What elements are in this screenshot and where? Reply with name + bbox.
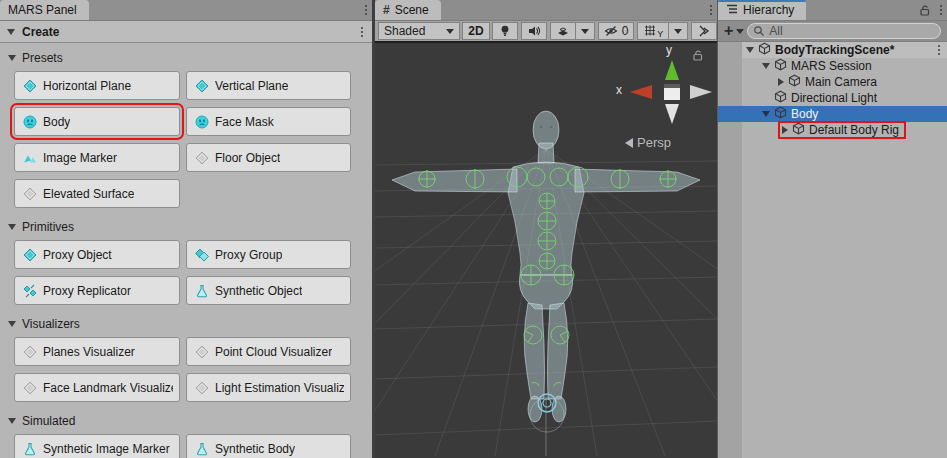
scene-row-gutter [718,42,742,58]
diamond-gray-icon [195,345,209,359]
red-highlight-box: Default Body Rig [778,121,906,139]
replicator-teal-icon [23,284,37,298]
scene-tabbar-spacer [441,0,705,20]
proxy-object-button[interactable]: Proxy Object [14,240,180,269]
mars-panel-menu-icon[interactable] [360,0,372,20]
section-header-primitives[interactable]: Primitives [0,216,372,238]
scene-tabbar: # Scene [375,0,717,21]
tab-hierarchy[interactable]: Hierarchy [718,0,806,20]
hierarchy-item-main-camera[interactable]: Main Camera [718,74,947,90]
add-gameobject-button[interactable]: + [724,23,744,39]
section-header-simulated[interactable]: Simulated [0,410,372,432]
button-label: Body [43,115,70,129]
hierarchy-lock-icon[interactable] [918,0,931,20]
section-grid-simulated: Synthetic Image MarkerSynthetic Body [0,432,372,458]
horizontal-plane-button[interactable]: Horizontal Plane [14,71,180,100]
scene-audio-button[interactable] [521,22,547,40]
tab-mars-panel[interactable]: MARS Panel [0,0,89,20]
scene-tools-button-clipped[interactable] [691,22,717,40]
diamond-gray-icon [195,151,209,165]
section-collapse-icon[interactable] [8,418,16,424]
draw-mode-dropdown[interactable]: Shaded [378,22,460,40]
hierarchy-toolbar: + All [718,21,947,42]
body-button[interactable]: Body [14,107,180,136]
section-header-visualizers[interactable]: Visualizers [0,313,372,335]
hierarchy-tab-label: Hierarchy [743,3,794,17]
proxy-group-button[interactable]: Proxy Group [186,240,351,269]
expand-toggle-icon[interactable] [762,63,770,69]
component-tool-icon [697,24,711,38]
perspective-toggle[interactable]: Persp [625,135,705,150]
scene-tab-label: Scene [395,3,429,17]
mars-panel-tabbar: MARS Panel [0,0,372,21]
create-header[interactable]: Create [0,21,372,43]
button-label: Floor Object [215,151,280,165]
tab-scene[interactable]: # Scene [375,0,441,20]
vertical-plane-button[interactable]: Vertical Plane [186,71,351,100]
gizmo-x-axis-label[interactable]: x [616,83,622,97]
expand-toggle-icon[interactable] [778,78,784,86]
scene-grid-dropdown[interactable] [669,22,688,40]
diamond-teal-icon [23,248,37,262]
face-mask-button[interactable]: Face Mask [186,107,351,136]
face-teal-icon [23,115,37,129]
section-collapse-icon[interactable] [8,321,16,327]
hierarchy-search-input[interactable]: All [747,23,941,39]
point-cloud-visualizer-button[interactable]: Point Cloud Visualizer [186,337,351,366]
create-collapse-icon[interactable] [7,29,15,35]
scene-visibility-button[interactable]: 0 [598,22,635,40]
synthetic-image-marker-button[interactable]: Synthetic Image Marker [14,434,180,458]
hierarchy-item-directional-light[interactable]: Directional Light [718,90,947,106]
hierarchy-item-mars-session[interactable]: MARS Session [718,58,947,74]
elevated-surface-button[interactable]: Elevated Surface [14,179,180,208]
mars-create-sections: PresetsHorizontal PlaneVertical PlaneBod… [0,43,372,458]
scene-viewport[interactable]: y x Persp [375,43,717,456]
diamond-gray-icon [23,187,37,201]
button-label: Proxy Replicator [43,284,131,298]
section-label: Simulated [22,414,75,428]
section-collapse-icon[interactable] [8,224,16,230]
expand-toggle-icon[interactable] [762,111,770,117]
orientation-gizmo[interactable] [630,60,712,124]
gizmo-y-axis-label[interactable]: y [666,43,672,57]
button-label: Point Cloud Visualizer [215,345,332,359]
image-teal-icon [23,151,37,165]
create-menu-icon[interactable] [356,21,368,42]
chevron-down-icon [674,29,682,34]
floor-object-button[interactable]: Floor Object [186,143,351,172]
diamond-teal-icon [23,79,37,93]
toggle-2d-button[interactable]: 2D [462,22,489,40]
scene-lighting-button[interactable] [492,22,518,40]
synthetic-body-button[interactable]: Synthetic Body [186,434,351,458]
draw-mode-label: Shaded [384,24,425,38]
scene-row[interactable]: BodyTrackingScene* [718,42,947,58]
image-marker-button[interactable]: Image Marker [14,143,180,172]
button-label: Horizontal Plane [43,79,131,93]
hierarchy-menu-icon[interactable] [935,0,947,20]
scene-effects-button[interactable] [550,22,576,40]
toggle-2d-label: 2D [468,24,483,38]
scene-menu-icon[interactable] [705,0,717,20]
hierarchy-item-body[interactable]: Body [718,106,947,122]
face-landmark-visualizer-button[interactable]: Face Landmark Visualizer [14,373,180,402]
planes-visualizer-button[interactable]: Planes Visualizer [14,337,180,366]
scene-grid-button[interactable]: Y [637,22,669,40]
scene-effects-dropdown[interactable] [576,22,595,40]
button-label: Image Marker [43,151,117,165]
section-collapse-icon[interactable] [8,55,16,61]
section-label: Visualizers [22,317,80,331]
hierarchy-item-default-body-rig[interactable]: Default Body Rig [718,122,947,138]
proxy-replicator-button[interactable]: Proxy Replicator [14,276,180,305]
section-grid-presets: Horizontal PlaneVertical PlaneBodyFace M… [0,69,372,216]
scene-collapse-icon[interactable] [746,47,754,53]
expand-toggle-icon[interactable] [782,126,788,134]
section-header-presets[interactable]: Presets [0,47,372,69]
grid-icon [643,24,657,38]
hierarchy-tree: BodyTrackingScene* MARS SessionMain Came… [718,42,947,458]
scene-row-menu-icon[interactable] [933,42,945,58]
button-label: Synthetic Body [215,442,295,456]
synthetic-object-button[interactable]: Synthetic Object [186,276,351,305]
tabbar-spacer [89,0,360,20]
light-estimation-visualizer-button[interactable]: Light Estimation Visualizer [186,373,351,402]
persp-label: Persp [637,135,671,150]
